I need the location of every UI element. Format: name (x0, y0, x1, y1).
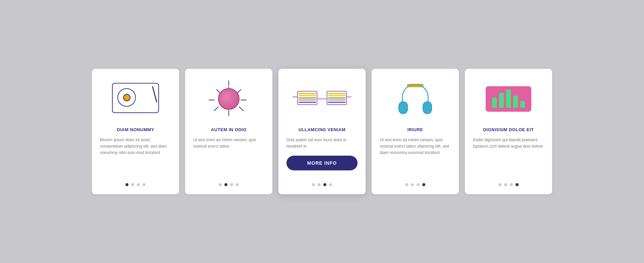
disco-ball-icon (202, 79, 256, 119)
dot-1 (219, 183, 222, 186)
card-1-text: Morem ipsum dolor sit amet, consectetuer… (100, 137, 171, 176)
card-4-text: Ut wisi enim ad minim veniam, quis nostr… (380, 137, 451, 176)
eq-bar-5 (520, 101, 525, 108)
dot-2 (411, 183, 414, 186)
dot-2 (131, 183, 134, 186)
card-2-title: AUTEM IN ODIO (211, 127, 247, 132)
dot-4 (329, 183, 332, 186)
dot-4 (422, 183, 425, 186)
glasses-icon (295, 79, 349, 119)
dot-4 (143, 183, 146, 186)
cards-container: DIAM NONUMMY Morem ipsum dolor sit amet,… (92, 69, 552, 194)
dot-2 (224, 183, 227, 186)
dot-4 (516, 183, 519, 186)
eq-bar-2 (499, 93, 504, 108)
more-info-button[interactable]: MORE INFO (286, 156, 358, 170)
eq-bar-1 (492, 98, 497, 108)
dot-3 (323, 183, 326, 186)
dot-3 (137, 183, 140, 186)
dot-1 (405, 183, 408, 186)
dot-1 (125, 183, 128, 186)
card-5-title: DIGNISSIM DOLOE EIT (483, 127, 534, 132)
eq-bar-4 (513, 96, 518, 108)
card-5-text: Kodio dignissim qui blandit praesent lup… (473, 137, 544, 176)
card-glasses: ULLAMCING VENIAM Duis autem vel eum iriu… (278, 69, 366, 194)
dot-2 (318, 183, 321, 186)
headphones-icon (388, 79, 442, 119)
dot-4 (236, 183, 239, 186)
card-3-title: ULLAMCING VENIAM (299, 127, 345, 132)
card-headphones: IRIURE Ut wisi enim ad minim veniam, qui… (372, 69, 459, 194)
card-4-dots (405, 183, 425, 186)
dot-3 (230, 183, 233, 186)
dot-3 (417, 183, 420, 186)
eq-bar-3 (506, 90, 511, 108)
card-4-title: IRIURE (407, 127, 423, 132)
card-3-dots (312, 183, 332, 186)
card-1-dots (125, 183, 146, 186)
equalizer-icon (482, 79, 535, 119)
card-2-text: Ut wisi enim ad minim veniam, quis nostr… (193, 137, 264, 176)
dot-2 (504, 183, 507, 186)
card-2-dots (219, 183, 239, 186)
card-1-title: DIAM NONUMMY (117, 127, 154, 132)
turntable-icon (109, 79, 162, 119)
card-3-text: Duis autem vel eum iriure dolor in hendr… (286, 137, 358, 150)
card-equalizer: DIGNISSIM DOLOE EIT Kodio dignissim qui … (465, 69, 552, 194)
dot-3 (510, 183, 513, 186)
card-disco: AUTEM IN ODIO Ut wisi enim ad minim veni… (185, 69, 272, 194)
dot-1 (312, 183, 315, 186)
card-5-dots (498, 183, 519, 186)
card-turntable: DIAM NONUMMY Morem ipsum dolor sit amet,… (92, 69, 179, 194)
dot-1 (498, 183, 501, 186)
